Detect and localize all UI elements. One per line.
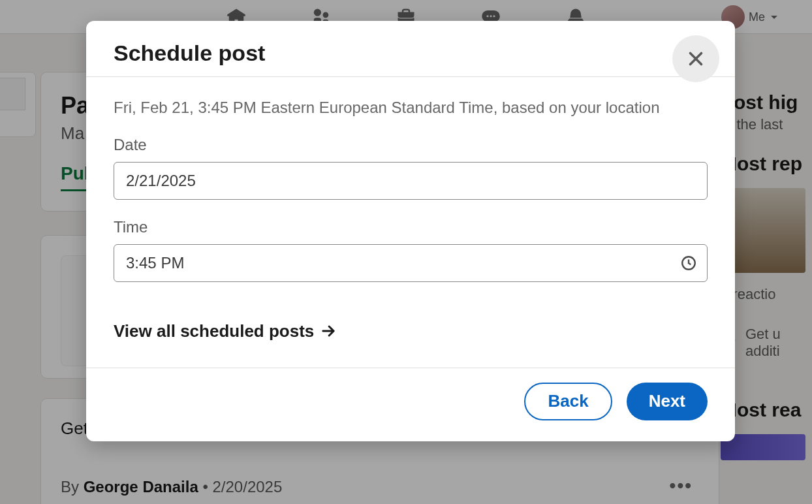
close-icon <box>685 48 707 70</box>
modal-body: Fri, Feb 21, 3:45 PM Eastern European St… <box>86 77 735 368</box>
schedule-post-modal: Schedule post Fri, Feb 21, 3:45 PM Easte… <box>86 21 735 441</box>
modal-header: Schedule post <box>86 21 735 76</box>
timezone-info: Fri, Feb 21, 3:45 PM Eastern European St… <box>114 97 708 119</box>
close-button[interactable] <box>672 35 719 82</box>
view-scheduled-link[interactable]: View all scheduled posts <box>114 321 337 341</box>
date-input[interactable] <box>114 162 708 200</box>
next-button[interactable]: Next <box>627 383 708 420</box>
time-label: Time <box>114 218 708 236</box>
arrow-right-icon <box>319 322 337 340</box>
date-label: Date <box>114 136 708 154</box>
modal-footer: Back Next <box>86 368 735 441</box>
modal-title: Schedule post <box>114 40 708 66</box>
time-input[interactable] <box>114 244 708 282</box>
back-button[interactable]: Back <box>524 383 612 420</box>
